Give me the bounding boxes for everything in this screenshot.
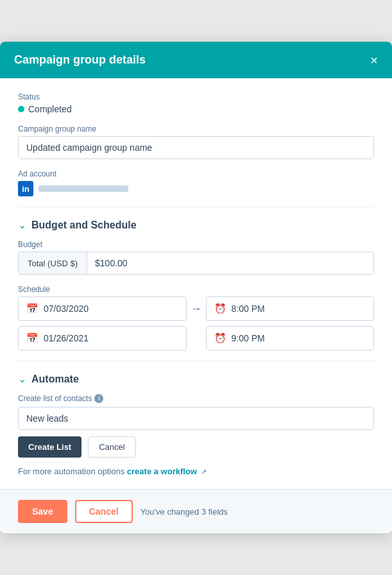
action-buttons: Create List Cancel [18,436,374,458]
end-date-input[interactable]: 📅 01/26/2021 [18,326,187,350]
contacts-label: Create list of contacts [18,394,92,403]
linkedin-icon: in [18,181,33,196]
changed-fields-text: You've changed 3 fields [141,507,228,517]
budget-field: Budget Total (USD $) [18,240,374,275]
end-date-value: 01/26/2021 [44,333,89,343]
budget-schedule-section: ⌄ Budget and Schedule Budget Total (USD … [18,207,374,350]
info-icon[interactable]: i [94,394,103,403]
budget-schedule-title: Budget and Schedule [31,219,137,231]
contacts-value-input[interactable] [18,407,374,430]
modal-body: Status Completed Campaign group name Ad … [0,78,392,489]
external-link-icon: ↗ [201,468,207,476]
cancel-footer-button[interactable]: Cancel [75,500,133,523]
status-value: Completed [28,104,72,114]
campaign-group-name-label: Campaign group name [18,124,374,133]
modal-title: Campaign group details [14,53,146,67]
schedule-grid: 📅 07/03/2020 → ⏰ 8:00 PM 📅 01/26/2021 [18,296,374,350]
ad-account-field: Ad account in [18,169,374,196]
campaign-group-name-input[interactable] [18,136,374,159]
modal-header: Campaign group details × [0,42,392,78]
budget-label: Budget [18,240,374,249]
schedule-label: Schedule [18,285,374,294]
automate-cancel-button[interactable]: Cancel [88,436,135,458]
ad-account-row: in [18,181,374,196]
start-date-input[interactable]: 📅 07/03/2020 [18,296,187,321]
close-button[interactable]: × [370,54,378,67]
status-field-group: Status Completed [18,92,374,114]
automate-section: ⌄ Automate Create list of contacts i Cre… [18,361,374,489]
create-list-button[interactable]: Create List [18,436,81,458]
automation-link-row: For more automation options create a wor… [18,467,374,489]
end-time-input[interactable]: ⏰ 9:00 PM [206,326,375,350]
automate-title: Automate [31,373,79,385]
status-label: Status [18,92,374,101]
automation-text: For more automation options [18,467,124,476]
campaign-group-details-modal: Campaign group details × Status Complete… [0,42,392,533]
automate-header: ⌄ Automate [18,373,374,385]
modal-footer: Save Cancel You've changed 3 fields [0,489,392,533]
budget-schedule-chevron-icon[interactable]: ⌄ [18,219,26,231]
status-row: Completed [18,104,374,114]
budget-value-input[interactable] [87,252,373,274]
save-button[interactable]: Save [18,500,67,523]
ad-account-label: Ad account [18,169,374,178]
campaign-group-name-field: Campaign group name [18,124,374,159]
budget-schedule-header: ⌄ Budget and Schedule [18,219,374,231]
status-dot-icon [18,106,24,112]
budget-row: Total (USD $) [18,252,374,275]
start-time-input[interactable]: ⏰ 8:00 PM [206,296,375,321]
clock-start-icon: ⏰ [214,303,226,314]
calendar-start-icon: 📅 [26,303,38,314]
clock-end-icon: ⏰ [214,332,226,344]
calendar-end-icon: 📅 [26,332,38,344]
ad-account-blurred-value [38,185,128,192]
budget-type-label: Total (USD $) [19,252,87,274]
schedule-arrow-icon: → [187,302,206,316]
schedule-field: Schedule 📅 07/03/2020 → ⏰ 8:00 PM [18,285,374,350]
automate-chevron-icon[interactable]: ⌄ [18,373,26,385]
contacts-label-row: Create list of contacts i [18,394,374,403]
end-time-value: 9:00 PM [232,333,265,343]
create-workflow-link[interactable]: create a workflow [127,467,197,476]
start-time-value: 8:00 PM [232,304,265,314]
start-date-value: 07/03/2020 [44,304,89,314]
